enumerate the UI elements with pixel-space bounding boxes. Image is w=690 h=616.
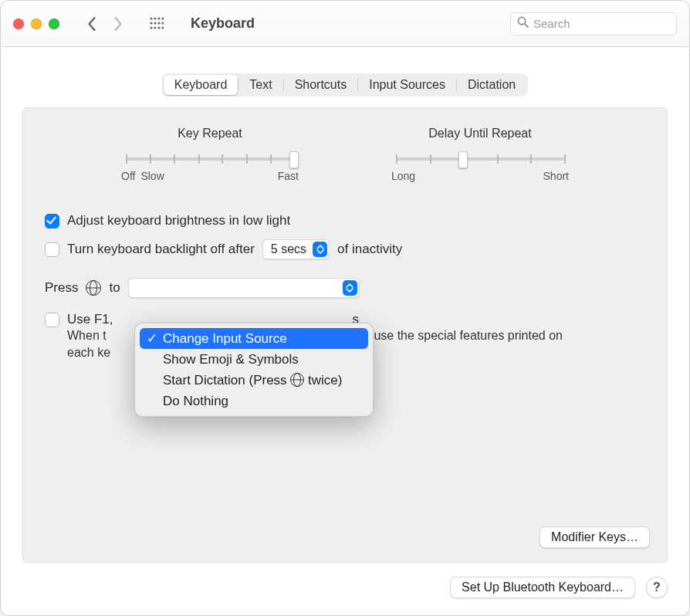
delay-long-label: Long [391,170,415,182]
menu-item-change-input-source[interactable]: ✓ Change Input Source [140,328,368,349]
backlight-duration-value: 5 secs [271,242,306,256]
svg-point-10 [157,26,160,29]
menu-item-show-emoji[interactable]: ✓ Show Emoji & Symbols [140,349,368,370]
key-repeat-knob[interactable] [289,151,299,168]
titlebar: Keyboard [1,1,689,47]
backlight-off-row: Turn keyboard backlight off after 5 secs… [45,239,645,259]
press-globe-row: Press to [45,278,645,298]
tab-dictation[interactable]: Dictation [457,75,526,95]
prefs-nav [79,14,130,34]
globe-action-menu: ✓ Change Input Source ✓ Show Emoji & Sym… [134,323,374,417]
delay-title: Delay Until Repeat [391,127,569,140]
tab-keyboard[interactable]: Keyboard [164,75,238,95]
backlight-off-checkbox[interactable] [45,242,59,257]
help-button[interactable]: ? [646,577,668,598]
globe-icon [290,373,304,387]
svg-point-11 [161,26,164,29]
delay-until-repeat-group: Delay Until Repeat Long Short [391,127,569,182]
svg-point-4 [150,22,152,24]
modifier-keys-button[interactable]: Modifier Keys… [539,526,650,548]
svg-point-3 [161,17,164,19]
zoom-window-button[interactable] [49,19,59,29]
menu-item-do-nothing[interactable]: ✓ Do Nothing [140,391,368,411]
delay-knob[interactable] [458,151,468,168]
search-input[interactable] [533,17,680,30]
globe-action-popup[interactable] [128,278,360,298]
svg-point-0 [150,17,152,19]
svg-point-2 [157,17,160,19]
delay-short-label: Short [543,170,569,182]
window-controls [13,19,59,29]
svg-point-8 [150,26,152,29]
globe-icon [86,280,101,296]
window-title: Keyboard [191,15,255,32]
menu-item-start-dictation[interactable]: ✓ Start Dictation (Press twice) [140,370,368,391]
show-all-prefs-button[interactable] [146,13,167,35]
svg-line-13 [525,24,528,27]
back-button[interactable] [79,14,104,34]
adjust-brightness-label: Adjust keyboard brightness in low light [67,213,290,228]
tab-input-sources[interactable]: Input Sources [358,75,456,95]
window-footer: Set Up Bluetooth Keyboard… ? [450,577,668,598]
key-repeat-off-label: Off [121,170,135,182]
client-area: Keyboard Text Shortcuts Input Sources Di… [1,47,689,615]
tab-bar: Keyboard Text Shortcuts Input Sources Di… [22,73,668,96]
key-repeat-slow-label: Slow [140,170,164,182]
fn-keys-checkbox[interactable] [45,313,59,327]
tab-text[interactable]: Text [238,75,282,95]
search-field[interactable] [510,12,677,36]
delay-slider[interactable] [396,150,564,167]
popup-arrows-icon [313,242,327,257]
press-label: Press [45,280,78,296]
press-to-label: to [109,280,120,296]
minimize-window-button[interactable] [31,19,42,29]
keyboard-tab-panel: Key Repeat Off Slow Fast Delay Until Rep… [22,107,668,563]
key-repeat-title: Key Repeat [121,127,299,140]
svg-point-1 [154,17,156,19]
svg-point-6 [157,22,160,24]
svg-point-7 [161,22,164,24]
key-repeat-group: Key Repeat Off Slow Fast [121,127,299,182]
bluetooth-keyboard-button[interactable]: Set Up Bluetooth Keyboard… [450,577,635,598]
search-icon [517,16,529,31]
close-window-button[interactable] [13,19,24,29]
backlight-off-label-after: of inactivity [337,242,402,257]
fn-keys-label-pre: Use F1, [67,312,113,327]
svg-point-5 [154,22,156,24]
popup-arrows-icon [343,280,357,296]
adjust-brightness-row: Adjust keyboard brightness in low light [45,213,645,228]
sliders-row: Key Repeat Off Slow Fast Delay Until Rep… [45,127,645,182]
backlight-off-label-before: Turn keyboard backlight off after [67,242,255,257]
svg-point-9 [154,26,156,29]
tab-shortcuts[interactable]: Shortcuts [284,75,358,95]
preferences-window: Keyboard Keyboard Text Shortcuts Input S… [0,0,690,616]
forward-button[interactable] [106,14,130,34]
key-repeat-fast-label: Fast [278,170,299,182]
key-repeat-slider[interactable] [126,150,294,167]
adjust-brightness-checkbox[interactable] [45,214,59,228]
backlight-duration-popup[interactable]: 5 secs [262,239,330,259]
